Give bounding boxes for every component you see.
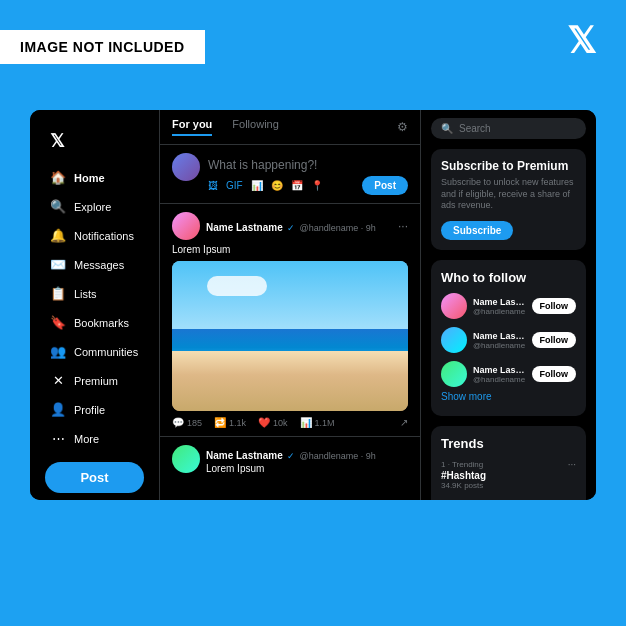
follow-info-3: Name Lastname ✓ @handlename (473, 365, 526, 384)
follow-name-2: Name Lastname ✓ (473, 331, 526, 341)
tweet-compose: What is happening?! 🖼 GIF 📊 😊 📅 📍 Post (160, 145, 420, 204)
show-more-link[interactable]: Show more (441, 391, 576, 406)
tweet-2-avatar (172, 445, 200, 473)
compose-post-button[interactable]: Post (362, 176, 408, 195)
gif-compose-icon[interactable]: GIF (226, 180, 243, 191)
sidebar-item-notifications[interactable]: 🔔 Notifications (40, 222, 149, 249)
tweet-2: Name Lastname ✓ @handlename · 9h Lorem I… (160, 437, 420, 488)
sidebar-item-more[interactable]: ⋯ More (40, 425, 149, 452)
like-count: 10k (273, 418, 288, 428)
follow-button-2[interactable]: Follow (532, 332, 577, 348)
trends-title: Trends (441, 436, 576, 451)
tweet-1-image (172, 261, 408, 411)
sidebar-label-more: More (74, 433, 99, 445)
sidebar-label-notifications: Notifications (74, 230, 134, 242)
explore-icon: 🔍 (50, 199, 66, 214)
sidebar-label-home: Home (74, 172, 105, 184)
follow-item-2: Name Lastname ✓ @handlename Follow (441, 327, 576, 353)
sidebar-item-messages[interactable]: ✉️ Messages (40, 251, 149, 278)
compose-icons-row: 🖼 GIF 📊 😊 📅 📍 Post (208, 176, 408, 195)
follow-button-1[interactable]: Follow (532, 298, 577, 314)
follow-handle-1: @handlename (473, 307, 526, 316)
sidebar-label-profile: Profile (74, 404, 105, 416)
follow-avatar-1 (441, 293, 467, 319)
tweet-1-more-icon[interactable]: ··· (398, 219, 408, 233)
feed-header: For you Following ⚙ (160, 110, 420, 145)
sidebar-item-communities[interactable]: 👥 Communities (40, 338, 149, 365)
search-placeholder: Search (459, 123, 491, 134)
premium-card: Subscribe to Premium Subscribe to unlock… (431, 149, 586, 250)
feed-tabs: For you Following (172, 118, 279, 136)
messages-icon: ✉️ (50, 257, 66, 272)
sidebar-label-messages: Messages (74, 259, 124, 271)
post-button[interactable]: Post (45, 462, 143, 493)
verified-icon: ✓ (287, 223, 295, 233)
lists-icon: 📋 (50, 286, 66, 301)
bookmarks-icon: 🔖 (50, 315, 66, 330)
image-compose-icon[interactable]: 🖼 (208, 180, 218, 191)
trend-more-2[interactable]: ··· (568, 498, 576, 500)
reply-icon: 💬 (172, 417, 184, 428)
follow-info-1: Name Lastname ✓ @handlename (473, 297, 526, 316)
sidebar-item-home[interactable]: 🏠 Home (40, 164, 149, 191)
tweet-reply-action[interactable]: 💬 185 (172, 417, 202, 428)
emoji-compose-icon[interactable]: 😊 (271, 180, 283, 191)
trend-more-1[interactable]: ··· (568, 459, 576, 470)
tweet-retweet-action[interactable]: 🔁 1.1k (214, 417, 246, 428)
poll-compose-icon[interactable]: 📊 (251, 180, 263, 191)
trend-item-1: 1 · Trending ··· #Hashtag 34.9K posts (441, 459, 576, 490)
compose-placeholder[interactable]: What is happening?! (208, 153, 408, 172)
home-icon: 🏠 (50, 170, 66, 185)
twitter-ui: 𝕏 🏠 Home 🔍 Explore 🔔 Notifications ✉️ Me… (30, 110, 596, 500)
search-box[interactable]: 🔍 Search (431, 118, 586, 139)
subscribe-button[interactable]: Subscribe (441, 221, 513, 240)
trend-meta-2: 2 · Trending ··· (441, 498, 576, 500)
reply-count: 185 (187, 418, 202, 428)
settings-icon[interactable]: ⚙ (397, 120, 408, 134)
follow-name-3: Name Lastname ✓ (473, 365, 526, 375)
x-logo-top-right: 𝕏 (567, 20, 596, 62)
tweet-1-header: Name Lastname ✓ @handlename · 9h ··· (172, 212, 408, 240)
sidebar-item-bookmarks[interactable]: 🔖 Bookmarks (40, 309, 149, 336)
trend-category-1: 1 · Trending (441, 460, 483, 469)
tweet-2-header: Name Lastname ✓ @handlename · 9h (206, 445, 376, 463)
follow-item-3: Name Lastname ✓ @handlename Follow (441, 361, 576, 387)
trend-item-2: 2 · Trending ··· #Hashtag 34.9K posts (441, 498, 576, 500)
follow-button-3[interactable]: Follow (532, 366, 577, 382)
sidebar-item-lists[interactable]: 📋 Lists (40, 280, 149, 307)
trend-name-1[interactable]: #Hashtag (441, 470, 576, 481)
views-icon: 📊 (300, 417, 312, 428)
notifications-icon: 🔔 (50, 228, 66, 243)
share-icon: ↗ (400, 417, 408, 428)
follow-name-1: Name Lastname ✓ (473, 297, 526, 307)
tab-for-you[interactable]: For you (172, 118, 212, 136)
sidebar-item-premium[interactable]: ✕ Premium (40, 367, 149, 394)
trend-category-2: 2 · Trending (441, 499, 483, 500)
sidebar-label-premium: Premium (74, 375, 118, 387)
follow-item-1: Name Lastname ✓ @handlename Follow (441, 293, 576, 319)
sidebar-item-profile[interactable]: 👤 Profile (40, 396, 149, 423)
sidebar-label-communities: Communities (74, 346, 138, 358)
tweet-views-action[interactable]: 📊 1.1M (300, 417, 335, 428)
search-icon: 🔍 (441, 123, 453, 134)
beach-sand (172, 351, 408, 411)
who-to-follow-title: Who to follow (441, 270, 576, 285)
tab-following[interactable]: Following (232, 118, 278, 136)
sidebar-label-lists: Lists (74, 288, 97, 300)
communities-icon: 👥 (50, 344, 66, 359)
like-icon: ❤️ (258, 417, 270, 428)
location-compose-icon[interactable]: 📍 (311, 180, 323, 191)
sidebar-label-bookmarks: Bookmarks (74, 317, 129, 329)
follow-handle-3: @handlename (473, 375, 526, 384)
tweet-share-action[interactable]: ↗ (400, 417, 408, 428)
schedule-compose-icon[interactable]: 📅 (291, 180, 303, 191)
tweet-like-action[interactable]: ❤️ 10k (258, 417, 288, 428)
tweet-1-avatar (172, 212, 200, 240)
tweet-1-actions: 💬 185 🔁 1.1k ❤️ 10k 📊 1.1M ↗ (172, 417, 408, 428)
sidebar-item-explore[interactable]: 🔍 Explore (40, 193, 149, 220)
tweet-1-text: Lorem Ipsum (172, 244, 408, 255)
views-count: 1.1M (315, 418, 335, 428)
tweet-1: Name Lastname ✓ @handlename · 9h ··· Lor… (160, 204, 420, 437)
sidebar: 𝕏 🏠 Home 🔍 Explore 🔔 Notifications ✉️ Me… (30, 110, 160, 500)
follow-info-2: Name Lastname ✓ @handlename (473, 331, 526, 350)
